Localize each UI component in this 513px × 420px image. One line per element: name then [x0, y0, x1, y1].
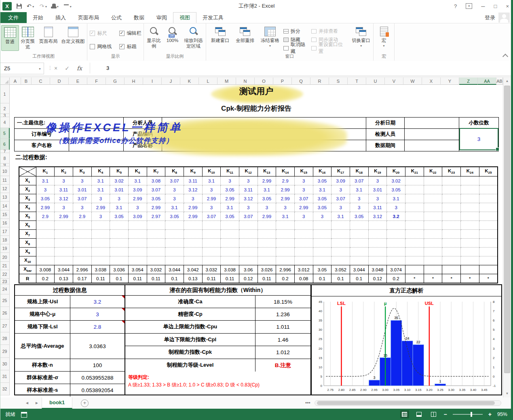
row-header-27[interactable]: 27: [0, 319, 10, 332]
data-cell[interactable]: 3.1: [350, 185, 368, 194]
k-header-12[interactable]: K12: [239, 167, 258, 176]
data-cell[interactable]: [36, 248, 55, 256]
data-cell[interactable]: 0.08: [294, 274, 313, 284]
data-cell[interactable]: [55, 230, 73, 239]
data-cell[interactable]: 3.05: [313, 203, 331, 212]
data-cell[interactable]: [202, 256, 221, 265]
data-cell[interactable]: [276, 221, 295, 230]
horizontal-scrollbar-thumb[interactable]: [317, 401, 495, 405]
data-cell[interactable]: [460, 212, 479, 221]
data-cell[interactable]: [442, 185, 461, 194]
data-cell[interactable]: [350, 221, 368, 230]
data-cell[interactable]: *: [479, 274, 498, 284]
data-cell[interactable]: [479, 256, 498, 265]
k-header-19[interactable]: K19: [368, 167, 387, 176]
data-cell[interactable]: 0.2: [36, 274, 55, 284]
data-cell[interactable]: 0.11: [221, 274, 239, 284]
data-cell[interactable]: 3.05: [313, 265, 331, 274]
macro-record-icon[interactable]: [21, 412, 27, 418]
data-cell[interactable]: 3.1: [202, 176, 221, 185]
field-value[interactable]: [405, 129, 459, 140]
data-cell[interactable]: 3.038: [221, 265, 239, 274]
data-cell[interactable]: 3.05: [221, 185, 239, 194]
data-cell[interactable]: 2.9: [73, 212, 91, 221]
data-cell[interactable]: 3: [313, 212, 331, 221]
data-cell[interactable]: 3.038: [91, 265, 110, 274]
k-header-23[interactable]: K23: [442, 167, 461, 176]
zoom-in-button[interactable]: +: [488, 411, 492, 418]
data-cell[interactable]: *: [424, 274, 442, 284]
k-header-7[interactable]: K7: [147, 167, 165, 176]
data-cell[interactable]: [202, 239, 221, 248]
data-cell[interactable]: [147, 248, 165, 256]
data-cell[interactable]: 3.05: [258, 194, 276, 203]
data-cell[interactable]: 3.01: [110, 185, 129, 194]
data-cell[interactable]: [479, 185, 498, 194]
data-cell[interactable]: 0.11: [128, 274, 147, 284]
data-cell[interactable]: [460, 221, 479, 230]
k-header-11[interactable]: K11: [221, 167, 239, 176]
cancel-icon[interactable]: ×: [54, 65, 57, 71]
data-cell[interactable]: 2.97: [147, 212, 165, 221]
vertical-scrollbar-thumb[interactable]: [504, 86, 510, 373]
data-cell[interactable]: 2.99: [276, 185, 295, 194]
k-header-5[interactable]: K5: [110, 167, 129, 176]
data-cell[interactable]: [424, 185, 442, 194]
data-cell[interactable]: [91, 256, 110, 265]
data-cell[interactable]: 3: [36, 185, 55, 194]
data-cell[interactable]: 3.05: [387, 185, 405, 194]
summary-value[interactable]: 1.012: [255, 346, 310, 359]
k-header-1[interactable]: K1: [36, 167, 55, 176]
data-cell[interactable]: [73, 221, 91, 230]
zoom-slider[interactable]: [453, 414, 483, 415]
data-cell[interactable]: [294, 230, 313, 239]
data-cell[interactable]: [239, 230, 258, 239]
k-header-20[interactable]: K20: [387, 167, 405, 176]
macros-button[interactable]: 宏▼: [376, 25, 392, 51]
column-header-W[interactable]: W: [403, 78, 422, 85]
data-cell[interactable]: 2.99: [258, 176, 276, 185]
data-cell[interactable]: 0.2: [276, 274, 295, 284]
data-cell[interactable]: 3.01: [73, 185, 91, 194]
checkbox-编辑栏[interactable]: 编辑栏: [119, 30, 141, 37]
data-cell[interactable]: 2.996: [73, 265, 91, 274]
data-cell[interactable]: 3.036: [110, 265, 129, 274]
data-cell[interactable]: 3: [184, 194, 202, 203]
data-cell[interactable]: 3: [55, 176, 73, 185]
data-cell[interactable]: [331, 239, 350, 248]
window-button-冻结窗格[interactable]: 冻结窗格▼: [258, 25, 282, 51]
column-header-D[interactable]: D: [50, 78, 69, 85]
data-cell[interactable]: 3.11: [368, 203, 387, 212]
data-cell[interactable]: [147, 239, 165, 248]
data-cell[interactable]: [55, 221, 73, 230]
data-cell[interactable]: [442, 265, 461, 274]
summary-value[interactable]: 1.236: [255, 308, 310, 320]
row-header-8[interactable]: 8: [0, 153, 10, 164]
data-cell[interactable]: [221, 248, 239, 256]
data-cell[interactable]: 0.1: [350, 274, 368, 284]
data-cell[interactable]: [405, 212, 424, 221]
data-cell[interactable]: 3.09: [331, 176, 350, 185]
data-cell[interactable]: 3.12: [368, 212, 387, 221]
data-cell[interactable]: [110, 248, 129, 256]
data-cell[interactable]: 3.11: [239, 185, 258, 194]
column-header-AB[interactable]: AB: [496, 78, 503, 85]
data-cell[interactable]: [368, 221, 387, 230]
insert-function-icon[interactable]: fx: [77, 65, 82, 71]
scroll-down-icon[interactable]: ▼: [503, 390, 511, 397]
zoom-slider-thumb[interactable]: [471, 412, 472, 417]
data-cell[interactable]: 3.012: [294, 265, 313, 274]
k-header-24[interactable]: K24: [460, 167, 479, 176]
data-cell[interactable]: 3: [276, 203, 295, 212]
data-cell[interactable]: 3.052: [331, 265, 350, 274]
data-cell[interactable]: [479, 221, 498, 230]
summary-value[interactable]: 18.15%: [255, 296, 310, 308]
data-cell[interactable]: 3: [258, 203, 276, 212]
k-header-3[interactable]: K3: [73, 167, 91, 176]
data-cell[interactable]: [405, 265, 424, 274]
data-cell[interactable]: [221, 239, 239, 248]
data-cell[interactable]: 3.032: [202, 265, 221, 274]
data-cell[interactable]: 3: [350, 203, 368, 212]
row-header-1[interactable]: 1: [0, 85, 10, 103]
summary-value[interactable]: 3.0363: [70, 334, 125, 359]
